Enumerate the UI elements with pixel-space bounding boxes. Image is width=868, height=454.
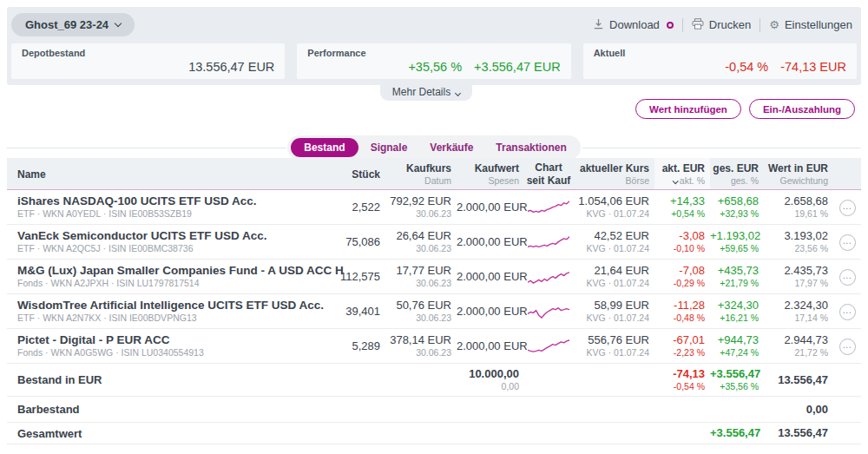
total-change-cell: +435,73+21,79 % xyxy=(710,264,764,289)
add-value-button[interactable]: Wert hinzufügen xyxy=(635,99,741,119)
position-name-cell[interactable]: VanEck Semiconductor UCITS ETF USD Acc. … xyxy=(7,229,335,254)
summary-total-change: +3.556,47 xyxy=(710,426,764,440)
day-change-cell: +14,33+0,54 % xyxy=(654,194,710,220)
summary-buy-value: 10.000,000,00 xyxy=(457,367,524,392)
sparkline-chart xyxy=(524,301,573,322)
row-menu-button[interactable]: … xyxy=(839,269,856,286)
more-details-button[interactable]: Mehr Details xyxy=(380,85,472,101)
menu-cell: … xyxy=(833,234,861,251)
buy-price-cell: 26,64 EUR30.06.23 xyxy=(385,229,457,254)
row-menu-button[interactable]: … xyxy=(839,304,856,320)
buy-price-cell: 17,77 EUR30.06.23 xyxy=(385,264,457,289)
total-change-cell: +1.193,02+59,65 % xyxy=(710,229,764,254)
position-meta: Fonds · WKN A2JPXH · ISIN LU1797817514 xyxy=(17,278,332,289)
portfolio-selector[interactable]: Ghost_69 23-24 xyxy=(11,13,135,36)
buy-value-cell: 2.000,00 EUR xyxy=(457,270,524,284)
position-name[interactable]: Pictet - Digital - P EUR ACC xyxy=(17,333,332,347)
position-name-cell[interactable]: Pictet - Digital - P EUR ACC Fonds · WKN… xyxy=(7,333,335,359)
settings-button[interactable]: ⚙ Einstellungen xyxy=(769,18,852,31)
portfolio-selector-label: Ghost_69 23-24 xyxy=(25,18,108,31)
download-label: Download xyxy=(609,18,660,31)
col-wert-eur[interactable]: Wert in EURGewichtung xyxy=(764,161,833,187)
divider xyxy=(760,18,760,32)
col-kaufwert[interactable]: KaufwertSpesen xyxy=(457,161,524,187)
col-menu xyxy=(833,173,861,174)
table-row: Pictet - Digital - P EUR ACC Fonds · WKN… xyxy=(7,329,861,364)
header-band: Ghost_69 23-24 Download Drucken xyxy=(7,7,861,85)
value-cell: 2.658,6819,61 % xyxy=(764,194,833,220)
position-meta: ETF · WKN A2N7KX · ISIN IE00BDVPNG13 xyxy=(17,313,332,324)
price-cell: 42,52 EURKVG · 01.07.24 xyxy=(573,229,654,254)
price-cell: 1.054,06 EURKVG · 01.07.24 xyxy=(573,194,654,220)
position-name[interactable]: VanEck Semiconductor UCITS ETF USD Acc. xyxy=(17,229,332,243)
price-cell: 556,76 EURKVG · 01.07.24 xyxy=(573,333,654,359)
col-akt-eur[interactable]: akt. EURakt. % xyxy=(654,158,710,189)
row-menu-button[interactable]: … xyxy=(839,200,856,216)
qty-cell: 112,575 xyxy=(335,270,385,284)
download-button[interactable]: Download xyxy=(593,18,674,32)
total-change-cell: +944,73+47,24 % xyxy=(710,333,764,359)
card-label: Aktuell xyxy=(594,48,846,58)
divider xyxy=(682,18,683,32)
day-change-cell: -11,28-0,48 % xyxy=(654,299,710,324)
summary-row-barbestand: Barbestand 0,00 xyxy=(7,397,861,423)
payment-button[interactable]: Ein-/Auszahlung xyxy=(749,99,855,119)
table-row: iShares NASDAQ-100 UCITS ETF USD Acc. ET… xyxy=(7,190,861,225)
menu-cell: … xyxy=(833,338,861,355)
table-row: WisdomTree Artificial Intelligence UCITS… xyxy=(7,294,861,329)
position-name-cell[interactable]: iShares NASDAQ-100 UCITS ETF USD Acc. ET… xyxy=(7,194,335,220)
qty-cell: 39,401 xyxy=(335,305,385,319)
tab-signale[interactable]: Signale xyxy=(360,139,418,156)
tab-transaktionen[interactable]: Transaktionen xyxy=(485,139,576,156)
position-meta: Fonds · WKN A0G5WG · ISIN LU0340554913 xyxy=(17,347,332,359)
menu-cell: … xyxy=(833,303,861,320)
tabs-bar: Bestand Signale Verkäufe Transaktionen xyxy=(7,135,861,160)
day-change-cell: -67,01-2,23 % xyxy=(654,333,710,359)
row-menu-button[interactable]: … xyxy=(839,339,856,355)
position-name[interactable]: WisdomTree Artificial Intelligence UCITS… xyxy=(17,299,332,313)
buy-value-cell: 2.000,00 EUR xyxy=(457,339,524,353)
tab-bestand[interactable]: Bestand xyxy=(291,138,358,157)
tab-verkaeufe[interactable]: Verkäufe xyxy=(419,139,483,156)
value-cell: 2.944,7321,72 % xyxy=(764,333,833,359)
buy-value-cell: 2.000,00 EUR xyxy=(457,235,524,249)
card-label: Performance xyxy=(307,48,560,58)
sparkline-chart xyxy=(524,266,573,287)
row-menu-button[interactable]: … xyxy=(839,234,856,251)
summary-total-change: +3.556,47+35,56 % xyxy=(710,367,764,392)
aktuell-pct: -0,54 % xyxy=(725,60,768,74)
position-meta: ETF · WKN A2QC5J · ISIN IE00BMC38736 xyxy=(17,243,332,254)
col-aktueller-kurs[interactable]: aktueller KursBörse xyxy=(573,161,654,187)
price-cell: 21,64 EURKVG · 01.07.24 xyxy=(573,264,654,289)
summary-value: 13.556,47 xyxy=(764,426,833,440)
col-chart[interactable]: Chartseit Kauf xyxy=(524,160,573,188)
total-change-cell: +324,30+16,21 % xyxy=(710,299,764,324)
value-cell: 2.435,7317,97 % xyxy=(764,264,833,289)
col-stueck[interactable]: Stück xyxy=(335,167,385,181)
table-row: M&G (Lux) Japan Smaller Companies Fund -… xyxy=(7,260,861,294)
col-kaufkurs[interactable]: KaufkursDatum xyxy=(385,161,457,187)
position-name[interactable]: M&G (Lux) Japan Smaller Companies Fund -… xyxy=(17,264,332,278)
menu-cell: … xyxy=(833,268,861,286)
print-button[interactable]: Drucken xyxy=(692,18,751,32)
buy-price-cell: 792,92 EUR30.06.23 xyxy=(385,194,457,220)
position-name-cell[interactable]: M&G (Lux) Japan Smaller Companies Fund -… xyxy=(7,264,335,289)
positions-table: Name Stück KaufkursDatum KaufwertSpesen … xyxy=(7,158,861,444)
buy-value-cell: 2.000,00 EUR xyxy=(457,201,524,214)
buy-price-cell: 50,76 EUR30.06.23 xyxy=(385,299,457,324)
position-name-cell[interactable]: WisdomTree Artificial Intelligence UCITS… xyxy=(7,299,335,324)
card-depotbestand: Depotbestand 13.556,47 EUR xyxy=(11,43,285,79)
qty-cell: 75,086 xyxy=(335,235,385,249)
buy-price-cell: 378,14 EUR30.06.23 xyxy=(385,333,457,359)
day-change-cell: -7,08-0,29 % xyxy=(654,264,710,289)
download-badge xyxy=(667,22,674,29)
summary-value: 0,00 xyxy=(764,403,833,417)
col-ges-eur[interactable]: ges. EURges. % xyxy=(710,161,764,187)
card-label: Depotbestand xyxy=(22,48,274,58)
portfolio-page: Ghost_69 23-24 Download Drucken xyxy=(0,0,868,454)
value-cell: 3.193,0223,56 % xyxy=(764,229,833,254)
col-name[interactable]: Name xyxy=(7,167,335,181)
position-name[interactable]: iShares NASDAQ-100 UCITS ETF USD Acc. xyxy=(17,194,332,208)
value-cell: 2.324,3017,14 % xyxy=(764,299,833,324)
gear-icon: ⚙ xyxy=(769,18,779,31)
